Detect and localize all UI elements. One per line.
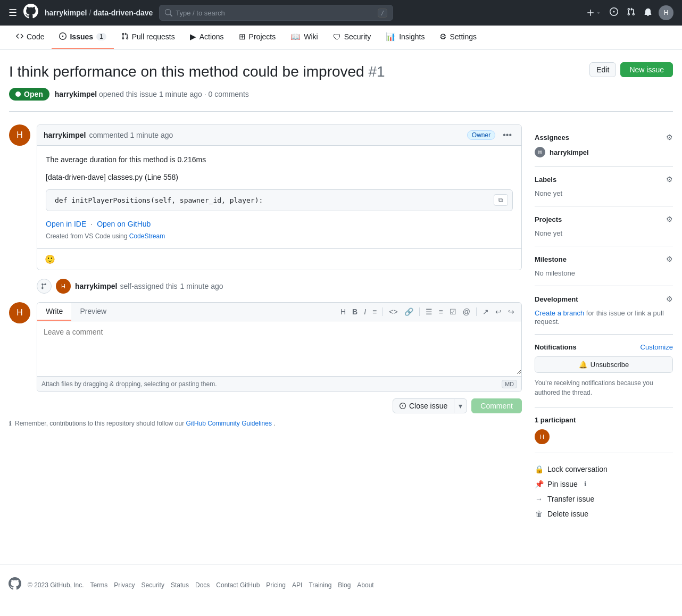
milestone-gear[interactable]: ⚙ [666,255,673,263]
footer-logo [9,577,21,593]
notifications-info: You're receiving notifications because y… [535,377,673,398]
sidebar-projects: Projects ⚙ None yet [535,206,673,246]
preview-tab[interactable]: Preview [71,303,115,321]
toolbar-sep2 [419,307,420,316]
undo-btn[interactable]: ↩ [493,305,504,318]
assignee-name: harrykimpel [550,148,589,156]
tab-pr-label: Pull requests [132,32,175,41]
italic-btn[interactable]: I [361,305,369,318]
quote-btn[interactable]: ≡ [370,305,379,318]
pulls-icon[interactable] [625,5,637,20]
sidebar-assignees: Assignees ⚙ H harrykimpel [535,124,673,167]
activity-row: H harrykimpel self-assigned this 1 minut… [37,279,522,294]
ref-btn[interactable]: ↗ [480,305,492,318]
edit-button[interactable]: Edit [589,62,616,77]
redo-btn[interactable]: ↪ [505,305,517,318]
user-avatar-menu[interactable]: H [659,5,673,20]
hamburger-menu[interactable]: ☰ [9,7,17,19]
activity-user[interactable]: harrykimpel [75,282,117,290]
guidelines-link[interactable]: GitHub Community Guidelines [186,420,272,427]
footer-status[interactable]: Status [171,581,189,589]
comment-block: H harrykimpel commented 1 minute ago Own… [9,124,522,270]
tab-projects[interactable]: ⊞ Projects [231,26,284,49]
footer-api[interactable]: API [292,581,302,589]
link-btn[interactable]: 🔗 [402,305,416,318]
tab-insights[interactable]: 📊 Insights [378,26,432,49]
tab-settings[interactable]: ⚙ Settings [432,26,484,49]
sidebar-notifications-header: Notifications Customize [535,343,673,351]
projects-gear[interactable]: ⚙ [666,215,673,223]
codestream-link[interactable]: CodeStream [129,232,165,240]
footer-pricing[interactable]: Pricing [266,581,286,589]
sidebar-milestone-header: Milestone ⚙ [535,255,673,263]
participants-row: H [535,429,673,444]
notifications-icon[interactable] [642,5,654,20]
copy-code-button[interactable]: ⧉ [494,194,508,206]
comment-textarea[interactable] [37,321,521,374]
tab-settings-label: Settings [450,32,477,41]
assignees-gear[interactable]: ⚙ [666,133,673,141]
mention-btn[interactable]: @ [460,305,473,318]
activity-user-avatar: H [56,279,71,294]
repo-link[interactable]: data-driven-dave [93,9,153,17]
ol-btn[interactable]: ≡ [436,305,446,318]
comment-menu-button[interactable]: ••• [500,129,515,141]
assignee-user: H harrykimpel [535,147,673,157]
notifications-customize[interactable]: Customize [641,343,673,351]
tab-issues[interactable]: Issues 1 [52,26,113,49]
reply-toolbar: H B I ≡ <> 🔗 ☰ ≡ ☑ @ [334,303,521,321]
pin-issue-row[interactable]: 📌 Pin issue ℹ [535,477,673,492]
footer-training[interactable]: Training [309,581,331,589]
open-in-ide-link[interactable]: Open in IDE [46,220,86,228]
footer-privacy[interactable]: Privacy [114,581,135,589]
footer-contact[interactable]: Contact GitHub [216,581,260,589]
tab-security[interactable]: 🛡 Security [326,26,379,49]
development-gear[interactable]: ⚙ [666,295,673,303]
projects-value: None yet [535,229,562,237]
emoji-reaction-button[interactable]: 🙂 [44,253,56,265]
comment-button[interactable]: Comment [471,398,522,413]
tab-code[interactable]: Code [9,26,52,49]
milestone-title: Milestone [535,255,567,263]
task-btn[interactable]: ☑ [447,305,459,318]
lock-conversation-row[interactable]: 🔒 Lock conversation [535,462,673,477]
github-logo[interactable] [23,4,38,22]
footer-docs[interactable]: Docs [195,581,210,589]
close-issue-button[interactable]: Close issue ▾ [393,398,467,413]
comment-line1: The average duration for this method is … [46,154,513,165]
search-bar[interactable]: Type / to search / [159,5,393,21]
attach-text: Attach files by dragging & dropping, sel… [41,380,217,388]
tab-wiki[interactable]: 📖 Wiki [283,26,325,49]
write-tab[interactable]: Write [37,303,71,321]
code-btn[interactable]: <> [386,305,400,318]
transfer-issue-row[interactable]: → Transfer issue [535,492,673,506]
lock-label: Lock conversation [547,465,608,473]
issue-main: H harrykimpel commented 1 minute ago Own… [9,124,522,530]
wiki-icon: 📖 [290,32,301,41]
footer-terms[interactable]: Terms [90,581,108,589]
trash-icon: 🗑 [535,510,543,518]
create-branch-link[interactable]: Create a branch [535,309,584,317]
username-link[interactable]: harrykimpel [45,9,87,17]
footer-inner: © 2023 GitHub, Inc. Terms Privacy Securi… [9,577,673,593]
tab-security-label: Security [344,32,371,41]
labels-gear[interactable]: ⚙ [666,175,673,184]
issues-icon[interactable] [608,5,620,20]
tab-actions[interactable]: ▶ Actions [182,26,231,49]
footer-security[interactable]: Security [142,581,164,589]
delete-issue-row[interactable]: 🗑 Delete issue [535,506,673,521]
plus-icon[interactable] [584,6,603,19]
comment-author-name[interactable]: harrykimpel [44,131,86,139]
unsubscribe-button[interactable]: 🔔 Unsubscribe [535,357,672,372]
new-issue-button[interactable]: New issue [620,62,673,77]
footer-blog[interactable]: Blog [338,581,351,589]
tab-pull-requests[interactable]: Pull requests [114,26,182,49]
footer-about[interactable]: About [357,581,373,589]
bold-btn[interactable]: B [350,305,360,318]
delete-label: Delete issue [547,510,588,518]
open-on-github-link[interactable]: Open on GitHub [97,220,151,228]
sidebar-development: Development ⚙ Create a branch for this i… [535,286,673,335]
development-text: Create a branch for this issue or link a… [535,309,664,326]
heading-btn[interactable]: H [338,305,348,318]
ul-btn[interactable]: ☰ [423,305,435,318]
